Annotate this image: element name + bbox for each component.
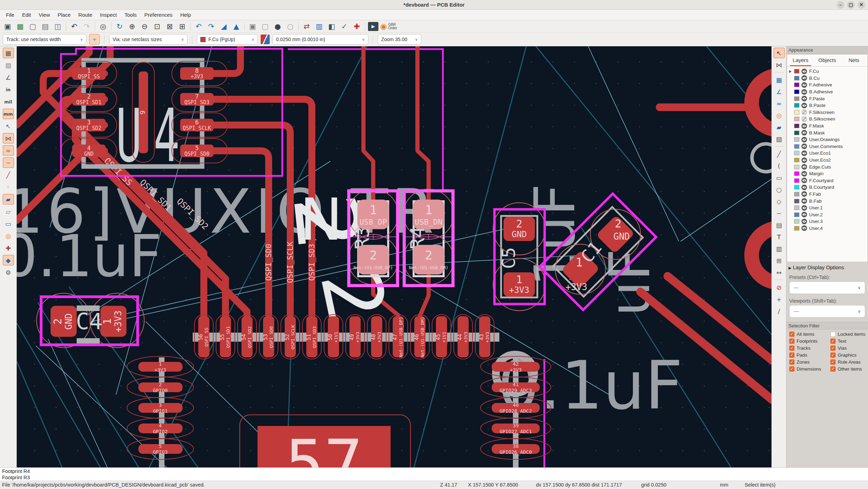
delete-tool-icon[interactable]: ⊘ [774,282,785,293]
checkbox-checked-icon[interactable]: ✓ [789,346,794,351]
eye-visible-icon[interactable] [801,212,807,217]
zoom-fit-icon[interactable]: ⊡ [151,21,163,32]
layer-row-user.drawings[interactable]: User.Drawings [787,136,867,143]
filter-tracks[interactable]: ✓Tracks [789,346,830,351]
eye-visible-icon[interactable] [801,150,807,156]
layer-color-swatch[interactable] [794,83,799,87]
eye-visible-icon[interactable] [801,171,807,177]
layer-color-swatch[interactable] [794,165,799,169]
checkbox-checked-icon[interactable]: ✓ [789,332,794,337]
filter-vias[interactable]: ✓Vias [830,346,868,351]
filter-rule-areas[interactable]: ✓Rule Areas [830,359,868,365]
eye-visible-icon[interactable] [801,69,807,74]
menu-view[interactable]: View [35,10,54,20]
zone-outlines-icon[interactable]: ▱ [3,206,14,217]
via-opacity-icon[interactable]: ◎ [3,231,14,241]
filter-zones[interactable]: ✓Zones [789,359,830,365]
footprint-c4[interactable]: 2 GND 1 +3V3 C4 [37,293,144,348]
polar-coords-icon[interactable]: ∠ [3,72,14,83]
maximize-button[interactable]: ▢ [847,1,855,9]
mirror-icon[interactable]: ▲ [230,21,243,32]
layer-row-f.adhesive[interactable]: F.Adhesive [787,82,867,88]
page-settings-icon[interactable]: ▢ [26,21,39,32]
drc-icon[interactable]: ✓ [338,21,351,32]
draw-circle-icon[interactable]: ○ [774,184,785,195]
tab-nets[interactable]: Nets [840,55,867,66]
eye-visible-icon[interactable] [801,178,807,183]
eye-visible-icon[interactable] [801,198,807,204]
curved-ratsnest-icon[interactable]: ≈ [3,145,14,156]
layer-row-user.4[interactable]: User.4 [787,225,867,232]
eye-visible-icon[interactable] [801,96,807,101]
clearance-display-icon[interactable]: ✚ [3,243,14,253]
eye-visible-icon[interactable] [801,75,807,81]
minimize-button[interactable]: – [837,1,844,9]
layer-row-user.3[interactable]: User.3 [787,218,867,225]
layer-row-f.fab[interactable]: F.Fab [787,191,867,198]
footprint-libraries-icon[interactable]: ▥ [313,21,325,32]
layer-color-swatch[interactable] [794,171,799,176]
draw-arc-icon[interactable]: ( [774,161,785,171]
lock-icon[interactable]: ● [271,21,284,32]
eye-visible-icon[interactable] [801,143,807,149]
zoom-out-icon[interactable]: ⊖ [138,21,151,32]
add-keepout-icon[interactable]: ▨ [774,134,785,144]
add-text-icon[interactable]: T [774,232,785,242]
group-icon[interactable]: ▣ [246,21,259,32]
layer-row-user.eco1[interactable]: User.Eco1 [787,150,867,157]
net-inspector-icon[interactable]: ✚ [351,21,363,32]
big-pad-57[interactable]: 57 [240,415,410,467]
units-inches-icon[interactable]: in [3,84,14,95]
checkbox-checked-icon[interactable]: ✓ [789,352,794,358]
tab-layers[interactable]: Layers [787,55,814,66]
grid-origin-icon[interactable]: + [774,294,785,304]
layer-row-f.mask[interactable]: F.Mask [787,123,867,130]
layer-color-swatch[interactable] [794,199,799,203]
layer-color-swatch[interactable] [794,124,799,128]
zoom-selection-icon[interactable]: ⊞ [176,21,189,32]
filter-text[interactable]: ✓Text [830,339,868,344]
tune-length-icon[interactable]: ≈ [774,98,785,109]
tab-objects[interactable]: Objects [814,55,841,66]
layer-color-swatch[interactable] [794,131,799,135]
filter-pads[interactable]: ✓Pads [789,352,830,358]
checkbox-checked-icon[interactable]: ✓ [789,339,794,344]
ratsnest-visibility-icon[interactable]: ~ [3,157,14,168]
layer-row-edge.cuts[interactable]: Edge.Cuts [787,163,867,170]
layer-color-swatch[interactable] [794,144,799,149]
rotate-ccw-icon[interactable]: ↶ [192,21,205,32]
checkbox-checked-icon[interactable]: ✓ [830,359,836,365]
viewports-select[interactable]: ---∨ [789,305,865,318]
layer-color-swatch[interactable] [794,76,799,80]
layer-row-user.2[interactable]: User.2 [787,211,867,218]
edge-pad[interactable] [752,76,772,130]
track-width-select[interactable]: Track: use netclass width∨ [3,34,86,45]
checkbox-checked-icon[interactable]: ✓ [830,339,836,344]
cursor-shape-icon[interactable]: ↖ [3,121,14,131]
pcb-canvas[interactable]: 16]VUXIQ TR 0.1uF 0.1uF 1uF uF [17,46,772,467]
grid-icon[interactable]: ▦ [3,48,14,58]
menu-tools[interactable]: Tools [121,10,140,20]
track-display-icon[interactable]: ╱ [3,170,14,180]
add-image-icon[interactable]: ▤ [774,220,785,230]
add-zone-icon[interactable]: ▰ [774,122,785,132]
draw-line-icon[interactable]: ╱ [774,149,785,159]
zoom-select[interactable]: Zoom 35.00∨ [378,34,421,45]
edge-pad[interactable] [752,228,772,282]
flip-board-view-icon[interactable]: ◢ [217,21,230,32]
menu-inspect[interactable]: Inspect [96,10,121,20]
eye-visible-icon[interactable] [801,82,807,88]
eye-visible-icon[interactable] [801,205,807,211]
layer-color-swatch[interactable] [794,103,799,108]
pad-display-icon[interactable]: ▭ [3,218,14,229]
layer-color-swatch[interactable] [794,185,799,189]
eye-visible-icon[interactable] [801,191,807,197]
layer-row-b.cu[interactable]: B.Cu [787,75,867,82]
layer-color-swatch[interactable] [794,110,799,115]
add-via-icon[interactable]: ◎ [774,110,785,121]
layers-manager-icon[interactable]: ◆ [3,255,14,265]
units-mm-icon[interactable]: mm [3,109,14,119]
update-pcb-from-schematic-icon[interactable]: ⇄ [300,21,313,32]
properties-icon[interactable]: ⚙ [3,267,14,278]
zone-display-icon[interactable]: ▰ [3,194,14,204]
